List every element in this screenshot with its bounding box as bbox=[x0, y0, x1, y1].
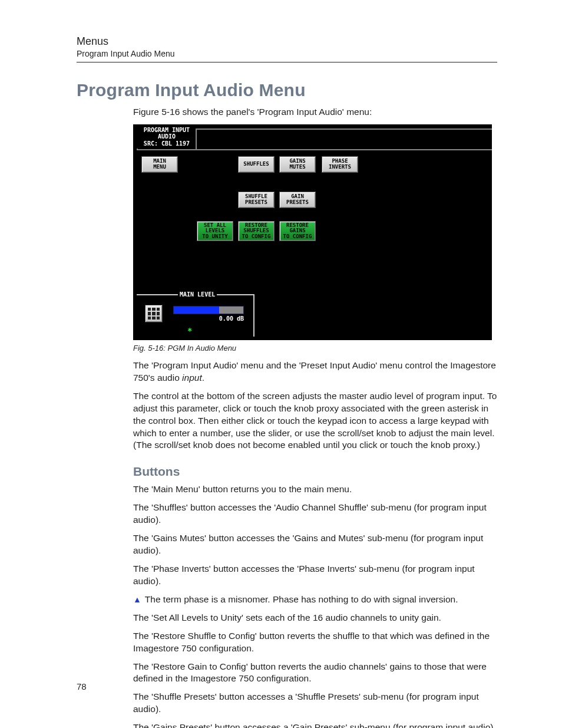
shuffle-presets-button[interactable]: SHUFFLE PRESETS bbox=[238, 192, 275, 208]
text-italic: input bbox=[182, 373, 202, 383]
paragraph: The 'Program Input Audio' menu and the '… bbox=[133, 360, 497, 384]
main-level-label: MAIN LEVEL bbox=[178, 291, 217, 298]
tab-divider bbox=[137, 149, 492, 150]
text: . bbox=[202, 373, 204, 383]
paragraph: The 'Shuffles' button accesses the 'Audi… bbox=[133, 502, 497, 526]
tab-divider bbox=[197, 129, 492, 130]
note-text: The term phase is a misnomer. Phase has … bbox=[145, 594, 458, 604]
panel-title-line1: PROGRAM INPUT bbox=[137, 127, 197, 134]
note-line: ▲The term phase is a misnomer. Phase has… bbox=[133, 594, 497, 606]
figure-caption: Fig. 5-16: PGM In Audio Menu bbox=[133, 344, 497, 353]
set-all-unity-button[interactable]: SET ALL LEVELS TO UNITY bbox=[197, 221, 233, 241]
triangle-icon: ▲ bbox=[133, 595, 141, 604]
level-value: 0.00 dB bbox=[219, 315, 244, 322]
keypad-icon[interactable] bbox=[145, 305, 163, 322]
paragraph: The 'Gains Mutes' button accesses the 'G… bbox=[133, 532, 497, 557]
paragraph: The 'Set All Levels to Unity' sets each … bbox=[133, 612, 497, 624]
tab-divider bbox=[137, 149, 138, 150]
paragraph: The 'Main Menu' button returns you to th… bbox=[133, 483, 497, 496]
paragraph: The 'Restore Gain to Config' button reve… bbox=[133, 661, 497, 686]
paragraph: The 'Gains Presets' button accesses a 'G… bbox=[133, 722, 497, 728]
phase-inverts-button[interactable]: PHASE INVERTS bbox=[322, 156, 358, 173]
page-title: Program Input Audio Menu bbox=[77, 80, 497, 100]
panel-title-line3: SRC: CBL 1197 bbox=[137, 140, 197, 147]
restore-shuffles-button[interactable]: RESTORE SHUFFLES TO CONFIG bbox=[238, 221, 275, 241]
gain-presets-button[interactable]: GAIN PRESETS bbox=[279, 192, 316, 208]
paragraph: The 'Phase Inverts' button accesses the … bbox=[133, 563, 497, 588]
main-level-control[interactable]: MAIN LEVEL 0.00 dB * bbox=[137, 294, 254, 337]
paragraph: The 'Restore Shuffle to Config' button r… bbox=[133, 630, 497, 655]
paragraph: The 'Shuffle Presets' button accesses a … bbox=[133, 691, 497, 716]
panel-title: PROGRAM INPUT AUDIO SRC: CBL 1197 bbox=[137, 127, 197, 147]
intro-text: Figure 5-16 shows the panel's 'Program I… bbox=[133, 106, 497, 118]
shuffles-button[interactable]: SHUFFLES bbox=[238, 156, 275, 173]
running-header: Menus Program Input Audio Menu bbox=[77, 35, 497, 62]
section-name: Program Input Audio Menu bbox=[77, 49, 497, 58]
buttons-heading: Buttons bbox=[133, 465, 497, 479]
gains-mutes-button[interactable]: GAINS MUTES bbox=[279, 156, 316, 173]
restore-gains-button[interactable]: RESTORE GAINS TO CONFIG bbox=[279, 221, 316, 241]
knob-proxy-asterisk-icon[interactable]: * bbox=[187, 326, 192, 335]
tab-divider bbox=[196, 129, 197, 150]
level-slider[interactable] bbox=[173, 306, 244, 314]
panel-title-line2: AUDIO bbox=[137, 133, 197, 140]
chapter-name: Menus bbox=[77, 35, 497, 48]
panel-screenshot: PROGRAM INPUT AUDIO SRC: CBL 1197 MAIN M… bbox=[133, 124, 492, 340]
page-number: 78 bbox=[77, 681, 87, 691]
paragraph: The control at the bottom of the screen … bbox=[133, 390, 497, 452]
main-menu-button[interactable]: MAIN MENU bbox=[141, 156, 178, 173]
